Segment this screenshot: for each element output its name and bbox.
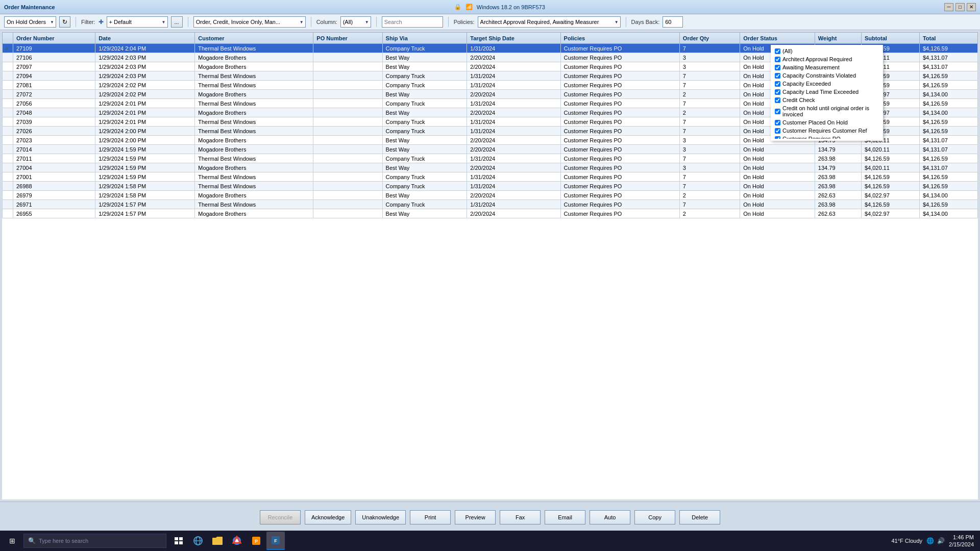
table-cell: $4,126.59 [861,154,919,163]
dropdown-checkbox[interactable] [775,120,780,126]
minimize-button[interactable]: ─ [944,3,953,11]
table-cell: 1/29/2024 2:00 PM [95,136,195,145]
taskbar-folder-icon[interactable] [208,532,227,550]
table-cell: 1/29/2024 2:03 PM [95,71,195,81]
acknowledge-button[interactable]: Acknowledge [305,510,351,524]
col-order-status[interactable]: Order Status [740,33,815,44]
table-cell: Thermal Best Windows [195,44,313,53]
table-cell: $4,126.59 [861,182,919,191]
table-cell: 1/29/2024 2:01 PM [95,117,195,127]
fax-button[interactable]: Fax [500,510,541,524]
dropdown-item[interactable]: Capacity Exceeded [771,80,883,88]
dropdown-item[interactable]: Credit on hold until original order is i… [771,104,883,118]
col-policies[interactable]: Policies [560,33,679,44]
refresh-button[interactable]: ↻ [59,16,70,28]
taskbar-time[interactable]: 1:46 PM 2/15/2024 [949,534,974,548]
dropdown-checkbox[interactable] [775,73,780,79]
col-indicator[interactable] [3,33,13,44]
start-button[interactable]: ⊞ [2,531,22,551]
dropdown-item[interactable]: Customer Requires PO [771,135,883,139]
close-button[interactable]: ✕ [967,3,976,11]
signal-icon: 📶 [465,4,473,10]
table-cell [313,172,382,182]
policies-select[interactable]: Architect Approval Required, Awaiting Me… [478,16,621,28]
taskbar-app5-icon[interactable]: P [247,532,265,550]
table-cell: 1/31/2024 [467,127,560,136]
dropdown-item[interactable]: Customer Placed On Hold [771,118,883,127]
dropdown-checkbox[interactable] [775,81,780,87]
dropdown-item[interactable]: Architect Approval Required [771,55,883,63]
col-po-number[interactable]: PO Number [313,33,382,44]
windows-title: Windows 18.2 on 9BRF573 [477,4,545,10]
table-cell: 263.98 [815,172,861,182]
col-customer[interactable]: Customer [195,33,313,44]
table-row[interactable]: 269881/29/2024 1:58 PMThermal Best Windo… [3,182,978,191]
col-weight[interactable]: Weight [815,33,861,44]
volume-icon[interactable]: 🔊 [937,537,945,544]
dropdown-item[interactable]: Credit Check [771,96,883,104]
table-row[interactable]: 270111/29/2024 1:59 PMThermal Best Windo… [3,154,978,163]
dropdown-item-label: Customer Requires PO [782,136,841,139]
maximize-button[interactable]: □ [955,3,965,11]
date-display: 2/15/2024 [949,541,974,548]
dropdown-checkbox[interactable] [775,136,780,139]
unacknowledge-button[interactable]: Unaknowledge [355,510,406,524]
table-cell: 2 [679,191,740,200]
copy-button[interactable]: Copy [634,510,675,524]
col-subtotal[interactable]: Subtotal [861,33,919,44]
print-button[interactable]: Print [410,510,451,524]
dropdown-checkbox[interactable] [775,128,780,134]
col-target-ship-date[interactable]: Target Ship Date [467,33,560,44]
dropdown-checkbox[interactable] [775,65,780,70]
dropdown-checkbox[interactable] [775,109,780,114]
task-view-button[interactable] [169,532,188,550]
table-cell: 7 [679,99,740,108]
dropdown-item[interactable]: Capacity Constraints Violated [771,71,883,80]
col-order-number[interactable]: Order Number [13,33,95,44]
column-select[interactable]: (All) [340,16,371,28]
days-back-input[interactable] [663,16,683,28]
taskbar-ie-icon[interactable] [189,532,207,550]
table-row[interactable]: 269551/29/2024 1:57 PMMogadore BrothersB… [3,209,978,218]
dropdown-checkbox[interactable] [775,97,780,103]
dropdown-item[interactable]: Customer Requires Customer Ref [771,127,883,135]
dropdown-item[interactable]: Awaiting Measurement [771,63,883,71]
email-button[interactable]: Email [545,510,585,524]
table-cell: 2/20/2024 [467,163,560,172]
view-select[interactable]: Order, Credit, Invoice Only, Man... [193,16,306,28]
taskbar-app6-icon[interactable]: F [266,532,285,550]
taskbar-chrome-icon[interactable] [228,532,246,550]
table-cell: 262.63 [815,191,861,200]
table-cell: Best Way [382,136,467,145]
dropdown-item[interactable]: Capacity Lead Time Exceeded [771,88,883,96]
network-icon[interactable]: 🌐 [926,537,934,544]
auto-button[interactable]: Auto [590,510,630,524]
dropdown-item[interactable]: (All) [771,47,883,55]
delete-button[interactable]: Delete [679,510,720,524]
taskbar-search-box[interactable]: 🔍 Type here to search [23,534,166,548]
col-total[interactable]: Total [919,33,977,44]
table-row[interactable]: 270141/29/2024 1:59 PMMogadore BrothersB… [3,145,978,154]
table-cell [3,53,13,62]
dropdown-item-label: Capacity Constraints Violated [782,72,856,79]
dropdown-checkbox[interactable] [775,57,780,62]
search-input[interactable] [382,16,443,28]
col-order-qty[interactable]: Order Qty [679,33,740,44]
dropdown-checkbox[interactable] [775,48,780,54]
order-type-select[interactable]: On Hold Orders All Orders Open Orders [4,16,56,28]
col-date[interactable]: Date [95,33,195,44]
preview-button[interactable]: Preview [455,510,496,524]
table-cell: On Hold [740,154,815,163]
table-cell: 26988 [13,182,95,191]
table-row[interactable]: 269711/29/2024 1:57 PMThermal Best Windo… [3,200,978,209]
filter-select[interactable]: + Default [107,16,168,28]
dropdown-checkbox[interactable] [775,89,780,95]
filter-options-button[interactable]: ... [171,16,183,28]
table-cell: 27097 [13,62,95,71]
col-ship-via[interactable]: Ship Via [382,33,467,44]
table-row[interactable]: 270041/29/2024 1:59 PMMogadore BrothersB… [3,163,978,172]
table-row[interactable]: 269791/29/2024 1:58 PMMogadore BrothersB… [3,191,978,200]
reconcile-button[interactable]: Reconcile [260,510,301,524]
table-cell [313,136,382,145]
table-row[interactable]: 270011/29/2024 1:59 PMThermal Best Windo… [3,172,978,182]
